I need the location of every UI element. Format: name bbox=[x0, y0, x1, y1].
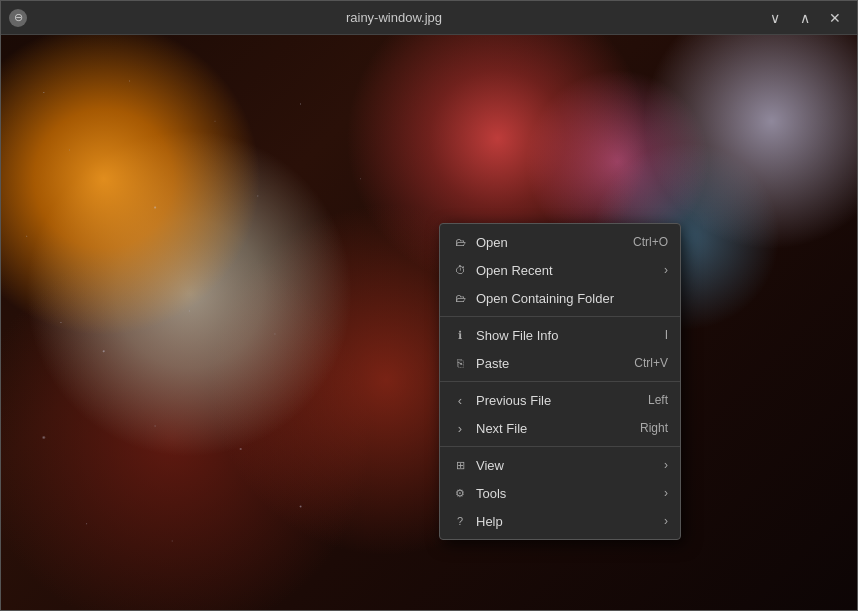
paste-icon: ⎘ bbox=[452, 355, 468, 371]
help-label: Help bbox=[476, 514, 503, 529]
open-recent-submenu-arrow: › bbox=[664, 263, 668, 277]
tools-submenu-arrow: › bbox=[664, 486, 668, 500]
window-icon: ⊖ bbox=[9, 9, 27, 27]
folder-open-icon: 🗁 bbox=[452, 234, 468, 250]
help-submenu-arrow: › bbox=[664, 514, 668, 528]
image-area: 🗁OpenCtrl+O⏱Open Recent›🗁Open Containing… bbox=[1, 35, 857, 610]
open-recent-label: Open Recent bbox=[476, 263, 553, 278]
menu-item-next-file[interactable]: ›Next FileRight bbox=[440, 414, 680, 442]
tools-icon: ⚙ bbox=[452, 485, 468, 501]
titlebar-left: ⊖ bbox=[9, 9, 27, 27]
menu-item-tools[interactable]: ⚙Tools› bbox=[440, 479, 680, 507]
separator-separator2 bbox=[440, 381, 680, 382]
show-info-shortcut: I bbox=[665, 328, 668, 342]
info-icon: ℹ bbox=[452, 327, 468, 343]
close-button[interactable]: ✕ bbox=[821, 4, 849, 32]
separator-separator1 bbox=[440, 316, 680, 317]
view-submenu-arrow: › bbox=[664, 458, 668, 472]
maximize-button[interactable]: ∧ bbox=[791, 4, 819, 32]
prev-file-shortcut: Left bbox=[648, 393, 668, 407]
titlebar: ⊖ rainy-window.jpg ∨ ∧ ✕ bbox=[1, 1, 857, 35]
next-icon: › bbox=[452, 421, 468, 436]
main-window: ⊖ rainy-window.jpg ∨ ∧ ✕ 🗁OpenCtrl+O⏱Ope… bbox=[0, 0, 858, 611]
prev-file-label: Previous File bbox=[476, 393, 551, 408]
paste-shortcut: Ctrl+V bbox=[634, 356, 668, 370]
help-icon: ? bbox=[452, 513, 468, 529]
prev-icon: ‹ bbox=[452, 393, 468, 408]
folder-icon: 🗁 bbox=[452, 290, 468, 306]
window-title: rainy-window.jpg bbox=[346, 10, 442, 25]
menu-item-paste[interactable]: ⎘PasteCtrl+V bbox=[440, 349, 680, 377]
open-folder-label: Open Containing Folder bbox=[476, 291, 614, 306]
next-file-label: Next File bbox=[476, 421, 527, 436]
show-info-label: Show File Info bbox=[476, 328, 558, 343]
menu-item-open-folder[interactable]: 🗁Open Containing Folder bbox=[440, 284, 680, 312]
menu-item-show-info[interactable]: ℹShow File InfoI bbox=[440, 321, 680, 349]
open-label: Open bbox=[476, 235, 508, 250]
paste-label: Paste bbox=[476, 356, 509, 371]
titlebar-controls: ∨ ∧ ✕ bbox=[761, 4, 849, 32]
view-label: View bbox=[476, 458, 504, 473]
next-file-shortcut: Right bbox=[640, 421, 668, 435]
context-menu: 🗁OpenCtrl+O⏱Open Recent›🗁Open Containing… bbox=[439, 223, 681, 540]
menu-item-help[interactable]: ?Help› bbox=[440, 507, 680, 535]
separator-separator3 bbox=[440, 446, 680, 447]
menu-item-view[interactable]: ⊞View› bbox=[440, 451, 680, 479]
rain-overlay bbox=[1, 35, 857, 610]
open-shortcut: Ctrl+O bbox=[633, 235, 668, 249]
menu-item-prev-file[interactable]: ‹Previous FileLeft bbox=[440, 386, 680, 414]
tools-label: Tools bbox=[476, 486, 506, 501]
menu-item-open[interactable]: 🗁OpenCtrl+O bbox=[440, 228, 680, 256]
menu-item-open-recent[interactable]: ⏱Open Recent› bbox=[440, 256, 680, 284]
recent-icon: ⏱ bbox=[452, 262, 468, 278]
minimize-button[interactable]: ∨ bbox=[761, 4, 789, 32]
view-icon: ⊞ bbox=[452, 457, 468, 473]
